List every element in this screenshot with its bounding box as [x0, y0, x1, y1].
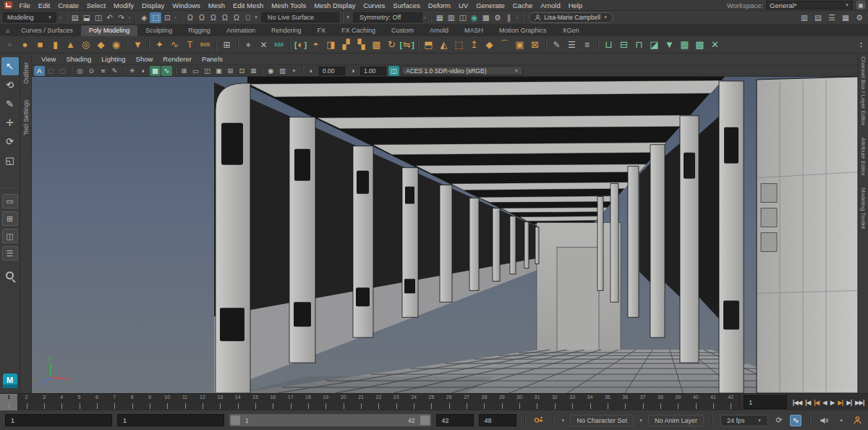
boolean-union-icon[interactable]: ⊔ [601, 37, 616, 52]
shelf-tab[interactable]: FX [309, 25, 333, 36]
launch-render-icon[interactable]: ⚙ [492, 12, 503, 23]
frame-cell[interactable]: 1 [0, 394, 17, 410]
frame-cell[interactable]: 42 [722, 394, 739, 410]
shelf-options-icon[interactable]: ○ [2, 37, 17, 52]
frame-cell[interactable]: 35 [599, 394, 616, 410]
triangulate-icon[interactable]: ◭ [436, 37, 451, 52]
frame-cell[interactable]: 25 [422, 394, 440, 410]
frame-cell[interactable]: 24 [405, 394, 422, 410]
select-object-icon[interactable]: ⬚ [150, 12, 161, 23]
panel-layout-icon[interactable]: ▢ [57, 66, 68, 76]
menu-item[interactable]: Generate [472, 1, 509, 9]
frame-cell[interactable]: 21 [352, 394, 370, 410]
animation-end-field[interactable]: 48 [479, 414, 516, 426]
viewport-menu-item[interactable]: Renderer [158, 55, 197, 63]
rotate-tool[interactable]: ⟳ [1, 132, 19, 151]
range-slider[interactable]: 1 42 [229, 414, 431, 426]
user-account-menu[interactable]: Lisa-Marie Campbell ▼ [529, 12, 613, 23]
step-back-key-button[interactable]: |◀ [812, 399, 821, 406]
frame-cell[interactable]: 29 [493, 394, 511, 410]
cached-playback-icon[interactable]: ◔ [835, 415, 846, 426]
animation-start-field[interactable]: 1 [5, 414, 112, 426]
frame-cell[interactable]: 30 [511, 394, 528, 410]
symmetrize-icon[interactable]: ⇋ [399, 37, 414, 52]
snap-curve-icon[interactable]: Ω [196, 12, 208, 23]
lasso-select-tool[interactable]: ⟲ [1, 76, 19, 94]
poly-sphere-icon[interactable]: ● [17, 37, 33, 52]
side-tab[interactable]: Channel Box / Layer Editor [860, 56, 867, 126]
viewport-menu-item[interactable]: Show [131, 55, 158, 63]
channel-box-toggle-icon[interactable]: ☰ [826, 12, 838, 23]
playback-end-field[interactable]: 42 [436, 414, 474, 426]
poly-disc-icon[interactable]: ◉ [109, 37, 124, 52]
frame-cell[interactable]: 8 [123, 394, 140, 410]
viewport-menu-item[interactable]: Shading [61, 55, 96, 63]
spin-edge-icon[interactable]: ↻ [384, 37, 399, 52]
menu-item[interactable]: Surfaces [389, 1, 425, 9]
open-scene-icon[interactable]: ⬓ [81, 12, 93, 23]
frame-cell[interactable]: 22 [370, 394, 387, 410]
chevron-down-icon[interactable]: ▼ [346, 15, 350, 20]
menu-item[interactable]: Curves [359, 1, 389, 9]
svg-tool-icon[interactable]: SVG [197, 37, 213, 52]
bridge-icon[interactable]: ⌒ [497, 37, 512, 52]
poly-torus-icon[interactable]: ◎ [78, 37, 93, 52]
retopologize-icon[interactable]: ▩ [692, 37, 707, 52]
select-tool[interactable]: ↖ [1, 57, 19, 75]
frame-cell[interactable]: 9 [141, 394, 158, 410]
live-surface-field[interactable]: No Live Surface [261, 12, 339, 22]
range-start-handle[interactable] [231, 416, 240, 425]
anim-layer-dropdown[interactable]: No Anim Layer [648, 415, 704, 426]
side-tab[interactable]: Modeling Toolkit [860, 187, 867, 229]
menu-item[interactable]: Edit Mesh [229, 1, 268, 9]
frame-cell[interactable]: 3 [35, 394, 53, 410]
frame-cell[interactable]: 5 [70, 394, 88, 410]
evaluation-mode-icon[interactable] [851, 415, 863, 426]
step-forward-frame-button[interactable]: ▶| [845, 399, 854, 406]
safe-title-icon[interactable]: ⊠ [248, 66, 259, 76]
xray-icon[interactable]: ▥ [277, 66, 288, 76]
panel-highlight-icon[interactable]: A [34, 66, 45, 76]
smooth-icon[interactable]: ▩ [369, 37, 384, 52]
go-to-start-button[interactable]: |◀◀ [791, 399, 803, 406]
project-curve-icon[interactable]: ⊠ [527, 37, 542, 52]
scale-tool[interactable]: ◱ [1, 151, 19, 169]
shadows-icon[interactable]: ◐ [138, 66, 149, 76]
redo-icon[interactable]: ↷ [116, 12, 127, 23]
pose-editor-icon[interactable]: ▤ [812, 12, 824, 23]
lock-camera-icon[interactable]: ⊙ [86, 66, 97, 76]
frame-cell[interactable]: 10 [158, 394, 176, 410]
mirror-icon[interactable]: ◐ [293, 37, 308, 52]
shelf-tab[interactable]: Rendering [263, 25, 310, 36]
shelf-tab[interactable]: XGen [555, 25, 587, 36]
layout-two-pane[interactable]: ◫ [2, 229, 18, 243]
select-camera-icon[interactable]: ◎ [75, 66, 85, 76]
frame-cell[interactable]: 28 [475, 394, 493, 410]
side-tab[interactable]: Attribute Editor [860, 138, 867, 176]
attribute-editor-toggle-icon[interactable]: ▦ [840, 12, 851, 23]
side-tab[interactable]: Outliner [22, 62, 30, 84]
new-scene-icon[interactable]: ▤ [69, 12, 81, 23]
render-sphere-icon[interactable]: ◉ [469, 12, 480, 23]
shelf-scroll-arrows[interactable]: ▲▼ [856, 41, 866, 49]
select-hierarchy-icon[interactable]: ◈ [138, 12, 150, 23]
playback-start-field[interactable]: 1 [117, 414, 224, 426]
frame-cell[interactable]: 38 [652, 394, 669, 410]
frame-cell[interactable]: 18 [299, 394, 317, 410]
boolean-difference-icon[interactable]: ⊟ [616, 37, 631, 52]
chevron-down-icon[interactable]: ▼ [561, 418, 566, 423]
gamma-field[interactable]: 1.00 [360, 67, 386, 75]
snap-projected-center-icon[interactable]: Ω [219, 12, 231, 23]
menu-item[interactable]: File [15, 1, 34, 9]
audio-icon[interactable] [818, 415, 830, 426]
snap-view-plane-icon[interactable]: Ω [231, 12, 242, 23]
menu-item[interactable]: Cache [509, 1, 536, 9]
shelf-tab[interactable]: Motion Graphics [491, 25, 555, 36]
frame-cell[interactable]: 12 [194, 394, 211, 410]
make-live-icon[interactable]: Ω [242, 12, 254, 23]
frame-cell[interactable]: 2 [17, 394, 35, 410]
multi-cut-icon[interactable]: ✎ [549, 37, 564, 52]
frame-cell[interactable]: 37 [634, 394, 651, 410]
separate-icon[interactable]: ◨ [323, 37, 339, 52]
bevel-icon[interactable]: ◆ [482, 37, 497, 52]
